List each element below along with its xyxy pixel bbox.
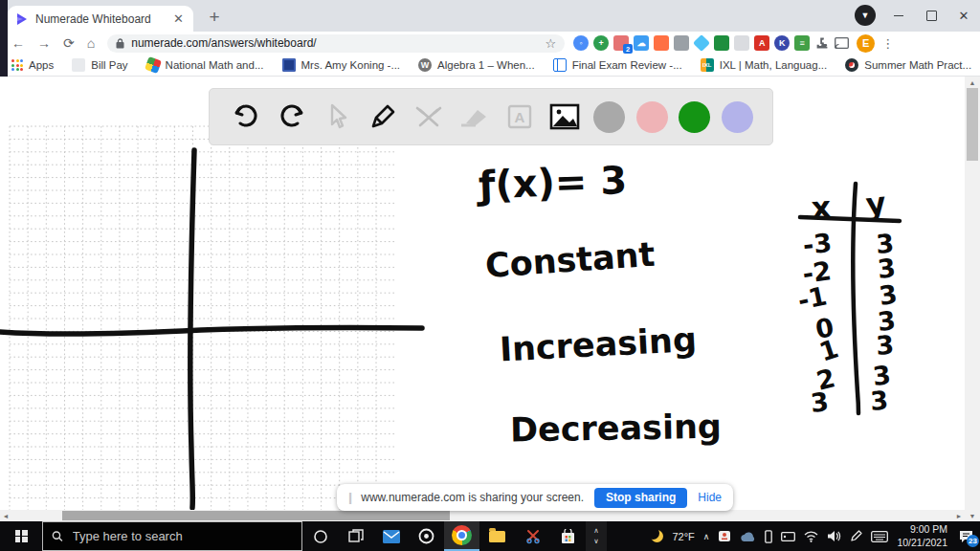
- whiteboard-canvas[interactable]: ƒ(x)= 3 Constant Increasing Decreasing x…: [0, 77, 980, 521]
- ext-green-plus-icon[interactable]: +: [593, 35, 609, 51]
- taskbar-clock[interactable]: 9:00 PM 10/21/2021: [897, 523, 947, 548]
- extensions-puzzle-icon[interactable]: [815, 36, 829, 50]
- bookmark-label: Final Exam Review -...: [572, 59, 682, 71]
- bookmark-item[interactable]: Mrs. Amy Koning -...: [282, 58, 401, 72]
- reload-icon[interactable]: ⟳: [63, 36, 75, 50]
- scroll-down-arrow[interactable]: ▼: [965, 510, 980, 521]
- apps-grid-icon: [11, 59, 23, 71]
- undo-icon[interactable]: [229, 99, 263, 134]
- volume-icon[interactable]: [827, 530, 841, 542]
- ext-green-book-icon[interactable]: ≡: [794, 35, 810, 51]
- scroll-right-arrow[interactable]: ►: [953, 510, 965, 521]
- pointer-tool-icon[interactable]: [320, 99, 354, 134]
- window-close-button[interactable]: ✕: [947, 0, 980, 32]
- window-restore-button[interactable]: [915, 0, 947, 32]
- pen-icon[interactable]: [850, 530, 862, 542]
- task-view-button[interactable]: [338, 521, 373, 551]
- drag-handle-icon[interactable]: ||: [348, 491, 350, 504]
- address-bar[interactable]: numerade.com/answers/whiteboard/ ☆: [107, 34, 565, 53]
- night-light-icon[interactable]: [651, 530, 663, 542]
- ext-k-circle-icon[interactable]: K: [774, 35, 790, 51]
- scroll-up-arrow[interactable]: ▲: [965, 77, 980, 88]
- pencil-tool-icon[interactable]: [366, 99, 400, 134]
- ixl-icon: IXL: [701, 58, 714, 72]
- home-icon[interactable]: ⌂: [87, 36, 95, 50]
- snip-tool-button[interactable]: [515, 521, 550, 551]
- start-button[interactable]: [0, 521, 42, 551]
- action-center-button[interactable]: 23: [956, 530, 975, 543]
- vertical-scrollbar[interactable]: ▲ ▼: [965, 77, 980, 521]
- color-green-swatch[interactable]: [679, 101, 710, 133]
- taskbar-scroll-arrows[interactable]: ∧∨: [586, 521, 607, 551]
- stop-sharing-button[interactable]: Stop sharing: [594, 488, 687, 508]
- back-icon[interactable]: ←: [11, 36, 25, 50]
- scroll-left-arrow[interactable]: ◄: [0, 510, 11, 521]
- taskbar-search[interactable]: [42, 521, 302, 551]
- bookmark-item[interactable]: IXLIXL | Math, Languag...: [701, 58, 828, 72]
- bookmark-star-icon[interactable]: ☆: [546, 36, 557, 51]
- numerade-favicon: [15, 12, 29, 26]
- weather-temp[interactable]: 72°F: [672, 531, 694, 542]
- color-gray-swatch[interactable]: [593, 101, 625, 133]
- keyboard-icon[interactable]: [871, 531, 888, 542]
- text-tool-icon[interactable]: A: [502, 99, 537, 134]
- browser-menu-icon[interactable]: ⋮: [881, 36, 894, 51]
- shapes-tool-icon[interactable]: [412, 99, 446, 134]
- ext-cloud-icon[interactable]: ☁: [634, 35, 649, 51]
- mail-app-button[interactable]: [373, 521, 409, 551]
- image-tool-icon[interactable]: [547, 99, 582, 134]
- cast-device-icon[interactable]: [781, 532, 795, 541]
- onedrive-cloud-icon[interactable]: [740, 531, 756, 542]
- window-icon: [553, 58, 567, 72]
- color-purple-swatch[interactable]: [722, 101, 753, 133]
- browser-tab[interactable]: Numerade Whiteboard ✕: [8, 6, 193, 32]
- wifi-icon[interactable]: [804, 531, 818, 542]
- bookmark-items: Bill PayNational Math and...Mrs. Amy Kon…: [72, 58, 980, 72]
- cast-icon[interactable]: [835, 37, 849, 49]
- new-tab-button[interactable]: +: [203, 6, 226, 29]
- search-icon: [52, 530, 63, 542]
- cortana-button[interactable]: [302, 521, 338, 551]
- horizontal-scroll-thumb[interactable]: [62, 511, 450, 520]
- vertical-scroll-thumb[interactable]: [967, 88, 978, 161]
- bookmark-item[interactable]: Bill Pay: [72, 58, 127, 72]
- media-controls-button[interactable]: ▼: [855, 5, 876, 26]
- ext-red-badged-icon[interactable]: 2: [613, 35, 629, 51]
- screen-share-bar: || www.numerade.com is sharing your scre…: [337, 484, 733, 511]
- hide-link[interactable]: Hide: [698, 491, 722, 504]
- bookmark-item[interactable]: WAlgebra 1 – When...: [418, 58, 535, 72]
- handwritten-constant: Constant: [484, 235, 657, 285]
- ext-blue-diamond-icon[interactable]: [693, 34, 710, 52]
- folder-icon: [489, 531, 505, 542]
- bookmark-item[interactable]: Summer Math Pract...: [845, 58, 971, 72]
- file-explorer-button[interactable]: [479, 521, 515, 551]
- device-status-icon[interactable]: [718, 530, 731, 542]
- ext-pale-icon[interactable]: [734, 35, 749, 51]
- table-x-value: 3: [809, 386, 830, 418]
- ext-green-cast-icon[interactable]: [714, 35, 729, 51]
- bookmark-item[interactable]: Final Exam Review -...: [553, 58, 682, 72]
- record-app-button[interactable]: [409, 521, 444, 551]
- eraser-tool-icon[interactable]: [457, 99, 491, 134]
- ext-blue-circle-icon[interactable]: ◦: [573, 35, 589, 51]
- redo-icon[interactable]: [275, 99, 309, 134]
- ext-orange-icon[interactable]: [654, 35, 669, 51]
- ext-gray-cam-icon[interactable]: [674, 35, 689, 51]
- browser-navbar: ← → ⟳ ⌂ numerade.com/answers/whiteboard/…: [0, 32, 980, 55]
- bookmark-label: Algebra 1 – When...: [437, 59, 535, 71]
- phone-icon[interactable]: [765, 530, 772, 543]
- forward-icon[interactable]: →: [37, 36, 51, 50]
- tab-close-icon[interactable]: ✕: [171, 11, 186, 26]
- profile-avatar[interactable]: E: [857, 34, 875, 53]
- apps-shortcut[interactable]: Apps: [11, 59, 54, 71]
- ext-pdf-icon[interactable]: A: [754, 35, 769, 51]
- color-pink-swatch[interactable]: [636, 101, 668, 133]
- bookmark-item[interactable]: National Math and...: [146, 58, 264, 72]
- chrome-taskbar-button[interactable]: [444, 521, 479, 551]
- search-input[interactable]: [71, 528, 293, 544]
- window-minimize-button[interactable]: [882, 0, 915, 32]
- handwritten-function: ƒ(x)= 3: [475, 158, 628, 207]
- microsoft-store-button[interactable]: [550, 521, 586, 551]
- tray-expand-chevron[interactable]: ∧: [703, 532, 710, 541]
- horizontal-scrollbar[interactable]: ◄ ►: [0, 510, 965, 521]
